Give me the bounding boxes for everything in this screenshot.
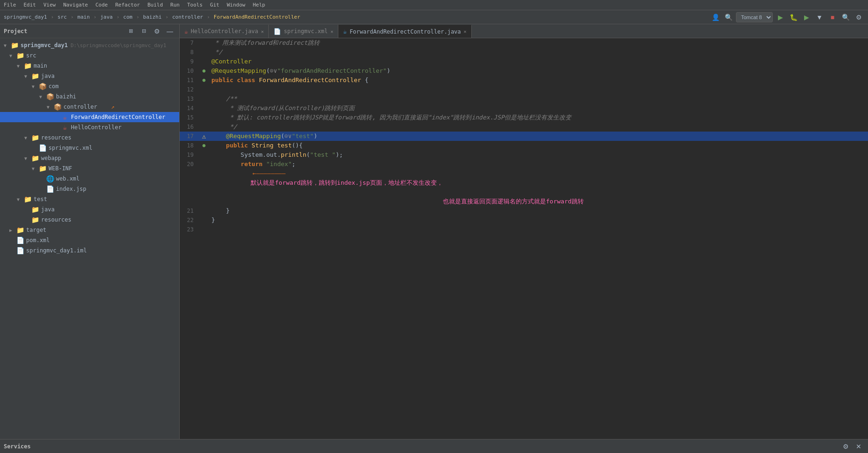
code-editor[interactable]: 7 * 用来测试forward和redirect跳转 8 */ 9 @Contr… — [180, 38, 868, 439]
breadcrumb-class[interactable]: ForwardAndRedirectController — [214, 14, 300, 20]
services-panel: Services ⚙ ✕ — [0, 439, 868, 453]
close-tab-controller[interactable]: ✕ — [464, 29, 467, 34]
run-button[interactable]: ▶ — [775, 12, 786, 23]
gutter-mark-10: ● — [203, 66, 206, 76]
menu-item[interactable]: Run — [170, 2, 180, 8]
search-button[interactable]: 🔍 — [840, 12, 851, 23]
tree-target[interactable]: ▶📁target — [0, 225, 179, 235]
close-tab-xml[interactable]: ✕ — [330, 29, 333, 34]
code-line-20: 20 return "index"; ←———————— 默认就是forward… — [180, 160, 868, 197]
search-everywhere-icon[interactable]: 🔍 — [723, 12, 734, 23]
project-tree: ▼ 📁 springmvc_day1 D:\springmvccode\spri… — [0, 38, 179, 439]
tab-forward-controller[interactable]: ☕ ForwardAndRedirectController.java ✕ — [338, 25, 471, 38]
menu-item[interactable]: Window — [227, 2, 245, 8]
code-line-17: 17 ⚠ @RequestMapping(⊙∨"test") — [180, 132, 868, 141]
menu-item[interactable]: Help — [253, 2, 266, 8]
code-line-22: 22 } — [180, 216, 868, 225]
more-run-button[interactable]: ▼ — [814, 12, 825, 23]
breadcrumb-controller[interactable]: controller — [172, 14, 203, 20]
tree-java[interactable]: ▼📁java — [0, 71, 179, 81]
breadcrumb-src[interactable]: src — [57, 14, 67, 20]
code-line-16: 16 */ — [180, 122, 868, 132]
gutter-mark-11: ● — [203, 76, 206, 85]
tree-baizhi[interactable]: ▼📦baizhi — [0, 91, 179, 102]
tree-src[interactable]: ▼📁src — [0, 50, 179, 61]
code-line-23: 23 — [180, 225, 868, 234]
breadcrumb-springmvc[interactable]: springmvc_day1 — [4, 14, 47, 20]
toolbar-right: 👤 🔍 Tomcat 8 ▶ 🐛 ▶ ▼ ■ 🔍 ⚙ — [710, 12, 864, 23]
breadcrumb-baizhi[interactable]: baizhi — [143, 14, 162, 20]
close-tab-hello[interactable]: ✕ — [261, 29, 264, 34]
code-line-18: 18 ● public String test(){ — [180, 141, 868, 150]
tree-root[interactable]: ▼ 📁 springmvc_day1 D:\springmvccode\spri… — [0, 40, 179, 50]
tree-test-resources[interactable]: 📁resources — [0, 215, 179, 225]
stop-button[interactable]: ■ — [827, 12, 838, 23]
menu-item[interactable]: View — [43, 2, 56, 8]
settings-icon[interactable]: ⚙ — [151, 26, 162, 37]
tree-pom-xml[interactable]: 📄pom.xml — [0, 235, 179, 245]
breadcrumb-java[interactable]: java — [100, 14, 113, 20]
tree-test-java[interactable]: 📁java — [0, 204, 179, 215]
menu-item[interactable]: Refactor — [115, 2, 140, 8]
gutter-mark-18: ● — [203, 141, 206, 150]
tree-forward-controller[interactable]: ☕ForwardAndRedirectController — [0, 112, 179, 122]
tree-resources[interactable]: ▼📁resources — [0, 132, 179, 143]
code-line-7: 7 * 用来测试forward和redirect跳转 — [180, 38, 868, 48]
services-title: Services — [4, 443, 31, 450]
menu-item[interactable]: Build — [147, 2, 163, 8]
tree-main[interactable]: ▼📁main — [0, 61, 179, 71]
run-coverage-button[interactable]: ▶ — [801, 12, 812, 23]
code-line-14: 14 * 测试forward(从Controller)跳转到页面 — [180, 104, 868, 113]
java-file-icon: ☕ — [184, 28, 188, 35]
code-line-19: 19 System.out.println("test "); — [180, 150, 868, 160]
tree-iml[interactable]: 📄springmvc_day1.iml — [0, 245, 179, 256]
sidebar-header: Project ⊞ ⊟ ⚙ — — [0, 24, 179, 38]
tree-springmvc-xml[interactable]: 📄springmvc.xml — [0, 143, 179, 153]
warning-icon-17: ⚠ — [202, 132, 206, 141]
code-line-15: 15 * 默认: controller跳转到JSP就是forward跳转, 因为… — [180, 113, 868, 122]
tree-com[interactable]: ▼📦com — [0, 81, 179, 91]
menu-item[interactable]: Edit — [24, 2, 36, 8]
tree-web-xml[interactable]: 🌐web.xml — [0, 174, 179, 184]
code-line-21: 21 } — [180, 206, 868, 216]
code-line-10: 10 ● @RequestMapping(⊙∨"forwardAndRedire… — [180, 66, 868, 76]
tree-webapp[interactable]: ▼📁webapp — [0, 153, 179, 163]
menu-item[interactable]: Navigate — [63, 2, 88, 8]
tree-webinf[interactable]: ▼📁WEB-INF — [0, 163, 179, 174]
controller-file-icon: ☕ — [343, 28, 347, 35]
breadcrumb-com[interactable]: com — [123, 14, 133, 20]
code-line-13: 13 /** — [180, 94, 868, 104]
sidebar-title: Project — [4, 28, 28, 35]
code-line-12: 12 — [180, 85, 868, 94]
person-icon[interactable]: 👤 — [710, 12, 721, 23]
code-line-11: 11 ● public class ForwardAndRedirectCont… — [180, 76, 868, 85]
menu-item[interactable]: Code — [95, 2, 108, 8]
settings-button[interactable]: ⚙ — [853, 12, 864, 23]
menu-item[interactable]: File — [4, 2, 16, 8]
tab-springmvc-xml[interactable]: 📄 springmvc.xml ✕ — [269, 25, 338, 38]
code-line-9: 9 @Controller — [180, 57, 868, 66]
services-settings-icon[interactable]: ⚙ — [840, 441, 851, 452]
menu-item[interactable]: Tools — [187, 2, 203, 8]
tab-hello-controller[interactable]: ☕ HelloController.java ✕ — [180, 25, 269, 38]
tomcat-selector[interactable]: Tomcat 8 — [736, 12, 773, 22]
services-minimize-icon[interactable]: ✕ — [853, 441, 864, 452]
menu-item[interactable]: Git — [210, 2, 219, 8]
expand-all-icon[interactable]: ⊞ — [125, 26, 136, 37]
xml-file-icon: 📄 — [273, 28, 281, 35]
collapse-all-icon[interactable]: ⊟ — [138, 26, 149, 37]
debug-button[interactable]: 🐛 — [788, 12, 799, 23]
toolbar: springmvc_day1 › src › main › java › com… — [0, 10, 868, 24]
editor-tabs: ☕ HelloController.java ✕ 📄 springmvc.xml… — [180, 24, 868, 38]
tree-controller[interactable]: ▼📦controller ↗ — [0, 102, 179, 112]
hide-icon[interactable]: — — [164, 26, 175, 37]
code-annotation-2: 也就是直接返回页面逻辑名的方式就是forward跳转 — [180, 197, 868, 206]
tree-hello-controller[interactable]: ☕HelloController — [0, 122, 179, 132]
tree-test[interactable]: ▼📁test — [0, 194, 179, 204]
tree-index-jsp[interactable]: 📄index.jsp — [0, 184, 179, 194]
breadcrumb-main[interactable]: main — [77, 14, 90, 20]
code-line-8: 8 */ — [180, 48, 868, 57]
